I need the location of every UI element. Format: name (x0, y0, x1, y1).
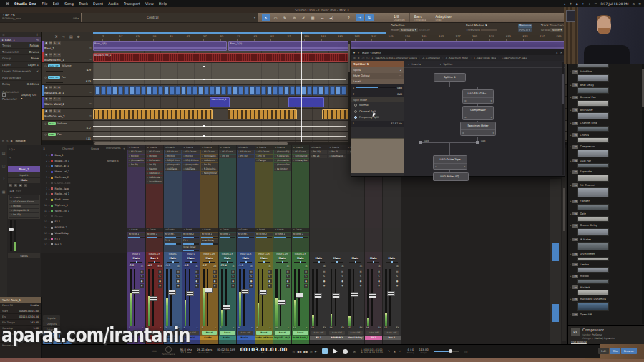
marker-dropdown[interactable]: Central ▾ (82, 13, 258, 22)
insert-slot[interactable]: ⊙Pro EQ (311, 150, 328, 155)
inspector-track-title[interactable]: ▸Bass_1⟲ (0, 37, 41, 42)
fader-thumb[interactable] (259, 290, 267, 295)
strip-value-row[interactable]: ‹0› (328, 263, 346, 268)
menubar-clock[interactable]: Fri 7 Jul 11:28 PM (600, 2, 628, 6)
audio-clip-vocal[interactable] (273, 86, 278, 95)
insert-slot[interactable]: ⊙Pro EQ (238, 155, 255, 159)
plugin-window-icon-2[interactable]: ◁) (362, 57, 365, 59)
channel-name[interactable]: REVERB 2 (54, 226, 67, 229)
console-rail-icon-3[interactable]: ▦ (2, 190, 6, 194)
eraser-tool[interactable]: ⊘ (290, 14, 298, 21)
inspector-row-value[interactable]: None (31, 57, 39, 60)
send-level[interactable] (293, 237, 309, 238)
browser-item-fat-channel[interactable]: ▸FXFat Channel (568, 182, 644, 187)
strip-value-row[interactable]: ‹0› (365, 263, 383, 268)
insert-slot[interactable]: ⊙Neutron (146, 167, 163, 172)
browse-view-button[interactable]: Browse (621, 348, 637, 354)
strip-name-label[interactable]: TripleT...ck_1 (273, 336, 291, 340)
mute-button[interactable]: M (49, 86, 52, 89)
browser-item-autofilter[interactable]: ▸FXAutofilter (568, 69, 644, 74)
strip-name-label[interactable]: Vocal Delay (346, 336, 364, 340)
strip-value-row[interactable]: -3.6‹0› (127, 263, 145, 268)
performance-meter[interactable]: Performance (162, 346, 175, 356)
solo-button[interactable]: S (53, 109, 57, 113)
audio-clip-vocal[interactable] (198, 86, 203, 95)
close-window-icon[interactable]: ✕ (560, 51, 562, 54)
fader-thumb[interactable] (278, 300, 286, 305)
solo-button[interactable]: S (53, 97, 57, 101)
channel-nav[interactable]: LQ ▾ (9, 148, 15, 151)
browser-item-level-meter[interactable]: ▸FXLevel Meter (568, 252, 644, 257)
return-zero-button[interactable]: ⇤ (315, 350, 318, 353)
mute-button[interactable]: M (268, 270, 272, 274)
tempo-display[interactable]: 143.00Tempo (419, 348, 428, 355)
solo-button[interactable]: S (268, 275, 272, 279)
quantize-dropdown[interactable]: 1/8Quantize (389, 13, 409, 22)
strip-name-label[interactable]: Surfin InStereo (255, 336, 273, 340)
browser-item-limiter[interactable]: ▸FXLimiter (568, 262, 644, 267)
channel-instrument[interactable]: Kontakt 5 (107, 160, 119, 162)
audio-clip-vocal[interactable] (318, 86, 323, 95)
menu-item-help[interactable]: Help (159, 1, 167, 6)
inspector-menu-icon[interactable]: ≡ (2, 33, 5, 36)
console-channel-row[interactable]: 12▸Drums (41, 214, 127, 220)
insert-slot[interactable]: ⊙H-DelayStu... (292, 159, 309, 163)
strip-volume-value[interactable]: -1.6 (238, 264, 243, 267)
mute-tool[interactable]: ▦ (308, 14, 317, 21)
range-tool[interactable]: ▭ (271, 14, 280, 21)
insert-slot[interactable]: ⊙SSLChann... (128, 150, 145, 155)
console-channel-row[interactable]: 16▸FX 2 (41, 236, 127, 242)
node-uad-pultec-eq[interactable]: UAD Pultec EQ... (433, 172, 469, 181)
channel-mini-button[interactable]: ⊕ (19, 184, 22, 187)
arm-button[interactable]: ● (44, 53, 48, 57)
inserts-header[interactable]: ⊙Inserts (219, 145, 237, 150)
plugin-thumbnail[interactable] (577, 267, 609, 273)
browser-item-name[interactable]: Chorus (580, 134, 589, 137)
inspector-row[interactable]: Play overlaps (0, 74, 41, 81)
fader-thumb[interactable] (150, 296, 157, 301)
mute-button[interactable]: M (322, 270, 326, 274)
browser-item-name[interactable]: Dual Pan (580, 160, 591, 162)
solo-button[interactable]: S (249, 275, 253, 279)
mixer-strip-radio-[interactable]: ⊙Inserts⊙SSLChann...⊙Pro EQ⊙SendsREVERB … (237, 145, 255, 344)
radio-icon[interactable] (354, 104, 357, 107)
console-channel-row[interactable]: 14▸REVERB 2 (41, 225, 127, 230)
fader-track[interactable] (134, 269, 135, 326)
mixer-strip-bass-1[interactable]: ⊙Inserts⊙SSLChann...⊙Mixtool⊙(OctoparMix… (127, 145, 145, 344)
channel-name[interactable]: FX 1 (54, 220, 60, 223)
audio-clip-surf[interactable] (228, 109, 297, 119)
insert-slot[interactable]: ⊙UADOxide... (146, 176, 163, 180)
automation-mode-button[interactable]: Read (275, 331, 291, 335)
inserts-header[interactable]: ⊙Inserts (237, 145, 255, 150)
monitor-button[interactable]: ▪ (57, 41, 61, 45)
menu-item-view[interactable]: View (145, 1, 154, 6)
track-header-2[interactable]: ◷Auto: OffVolume-4.9 (42, 63, 93, 74)
collapse-icon[interactable]: ▾ (353, 51, 355, 54)
bluetooth-status-icon[interactable]: ✦ (582, 2, 585, 6)
monitor-button[interactable]: ◉ (304, 284, 308, 288)
record-button[interactable]: ● (213, 279, 217, 283)
audio-clip-vocal[interactable] (221, 86, 226, 95)
inspector-row[interactable]: Delay0.00 ms (0, 81, 41, 87)
plugin-thumbnail[interactable] (577, 150, 609, 157)
plugin-tab-4[interactable]: 4 - UAD Oxide Tape (474, 57, 497, 59)
console-channel-row[interactable]: 8▸Radio...rd_1 (41, 192, 127, 197)
event-fx-row[interactable]: Event FXEnable (0, 303, 41, 308)
strip-value-row[interactable]: ‹0› (310, 263, 328, 268)
strip-value-row[interactable]: -5.1‹0› (164, 263, 182, 268)
audio-clip-vocal[interactable] (284, 86, 289, 95)
send-level[interactable] (201, 237, 218, 238)
record-button[interactable]: ● (358, 279, 363, 283)
audio-clip-vocal[interactable] (141, 86, 146, 95)
add-channel-button[interactable]: + (123, 147, 125, 150)
insert-slot[interactable]: ⊙UADRealVe... (328, 155, 346, 159)
splitter-level-row[interactable]: 10dB (351, 84, 404, 91)
plugin-thumbnail[interactable] (577, 228, 609, 236)
browser-item-binaural-pan[interactable]: ▸FXBinaural Pan (568, 95, 644, 100)
node-spectrum-meter[interactable]: Spectrum Meter⊙▾ (460, 122, 496, 136)
insert-slot[interactable]: ⊙be_limiter (274, 167, 291, 172)
mix-view-button[interactable]: Mix (610, 348, 620, 354)
junction-level-right[interactable]: 0dB (481, 140, 485, 142)
solo-button[interactable]: S (53, 86, 57, 89)
monitor-button[interactable]: ◉ (195, 284, 199, 288)
